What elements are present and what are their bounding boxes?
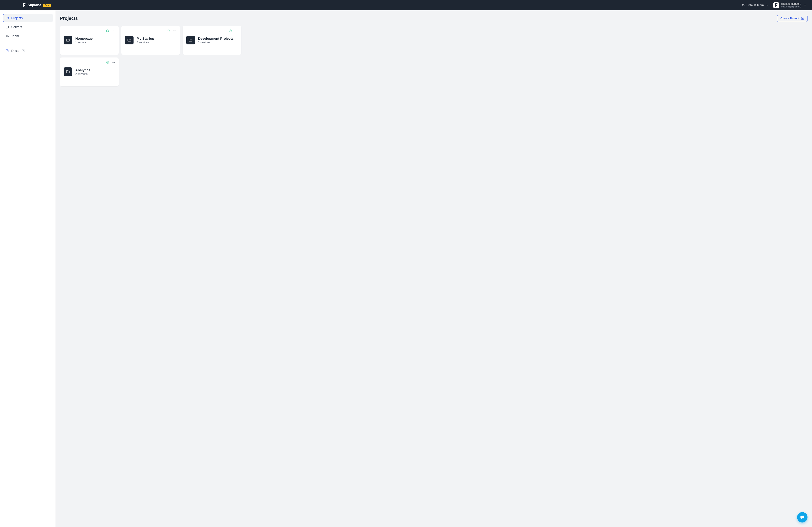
project-icon-box [63,67,72,76]
team-name: Default Team [746,3,764,7]
folder-icon [5,16,9,20]
folder-plus-icon [801,17,804,20]
sidebar-item-label: Team [11,34,19,38]
app-header: Sliplane Beta Default Team sliplane-supp… [0,0,812,10]
project-card[interactable]: Homepage 1 service [60,26,119,55]
svg-point-12 [113,31,114,31]
card-text: Development Projects 3 services [198,36,234,44]
page-header: Projects Create Project [60,15,808,22]
project-meta: 1 service [75,41,93,44]
svg-point-22 [106,61,109,64]
avatar [773,2,779,8]
svg-point-23 [112,62,112,63]
sidebar-item-label: Servers [11,25,22,29]
card-body: Development Projects 3 services [186,36,238,44]
project-card[interactable]: Analytics 2 services [60,58,119,86]
chat-bubble-button[interactable] [797,512,808,523]
card-text: My Startup 4 services [137,36,154,44]
user-info: sliplane-support support@sliplane.io [781,2,801,8]
svg-point-1 [743,4,744,5]
users-icon [742,4,745,7]
avatar-logo-icon [774,3,778,7]
chat-icon [800,515,805,520]
card-body: My Startup 4 services [125,36,176,44]
card-actions [125,29,176,33]
card-actions [63,29,115,33]
svg-point-16 [174,31,175,31]
card-text: Analytics 2 services [75,68,90,76]
project-meta: 2 services [75,72,90,76]
project-name: Development Projects [198,36,234,40]
project-meta: 3 services [198,41,234,44]
project-icon-box [186,36,195,44]
team-icon [5,34,9,38]
svg-point-13 [114,31,114,31]
project-icon-box [125,36,133,44]
beta-badge: Beta [43,4,51,7]
user-name: sliplane-support [781,2,801,5]
card-text: Homepage 1 service [75,36,93,44]
svg-point-25 [114,62,114,63]
svg-point-24 [113,62,114,63]
server-icon [5,25,9,29]
folder-icon [127,38,131,42]
main-content: Projects Create Project Homepage [56,10,812,527]
user-menu[interactable]: sliplane-support support@sliplane.io [773,2,807,8]
project-icon-box [63,36,72,44]
sidebar-item-projects[interactable]: Projects [3,14,53,22]
more-icon[interactable] [112,29,115,33]
sidebar-item-servers[interactable]: Servers [3,23,53,31]
team-selector[interactable]: Default Team [742,3,769,7]
status-ok-icon [106,29,109,32]
sidebar-item-label: Projects [11,16,23,20]
sidebar-docs-section: Docs [3,44,53,58]
svg-point-0 [742,4,743,5]
svg-point-15 [173,31,174,31]
chevron-down-icon [766,4,769,7]
external-link-icon [21,49,25,52]
brand-logo-icon [23,3,26,7]
card-body: Homepage 1 service [63,36,115,44]
sidebar-item-team[interactable]: Team [3,32,53,40]
folder-icon [66,70,70,74]
sidebar-item-docs[interactable]: Docs [3,47,53,55]
header-right: Default Team sliplane-support support@sl… [742,2,807,8]
status-ok-icon [106,61,109,64]
project-card[interactable]: My Startup 4 services [121,26,180,55]
brand-name: Sliplane [28,3,41,7]
svg-point-5 [6,35,7,36]
card-actions [63,61,115,64]
project-card[interactable]: Development Projects 3 services [183,26,241,55]
status-ok-icon [229,29,232,32]
folder-icon [189,38,193,42]
svg-point-19 [235,31,235,31]
sidebar: Projects Servers Team Docs [0,10,56,527]
page-title: Projects [60,16,78,21]
svg-point-14 [168,30,170,32]
more-icon[interactable] [173,29,176,33]
create-project-button[interactable]: Create Project [777,15,808,22]
sidebar-main-section: Projects Servers Team [3,14,53,44]
create-project-label: Create Project [780,17,799,20]
projects-grid: Homepage 1 service My Startup [60,26,808,86]
document-icon [5,49,9,52]
layout: Projects Servers Team Docs Projects Crea [0,10,812,527]
card-body: Analytics 2 services [63,67,115,76]
svg-point-21 [237,31,237,31]
svg-point-17 [175,31,176,31]
status-ok-icon [168,29,171,32]
chevron-down-icon [803,4,807,7]
sidebar-item-label: Docs [11,49,18,52]
svg-point-6 [8,35,8,35]
project-name: My Startup [137,36,154,40]
more-icon[interactable] [234,29,238,33]
project-name: Homepage [75,36,93,40]
project-name: Analytics [75,68,90,72]
card-actions [186,29,238,33]
brand-block[interactable]: Sliplane Beta [23,3,51,7]
folder-icon [66,38,70,42]
user-email: support@sliplane.io [781,5,801,8]
svg-point-20 [236,31,236,31]
svg-point-18 [229,30,232,32]
more-icon[interactable] [112,61,115,64]
